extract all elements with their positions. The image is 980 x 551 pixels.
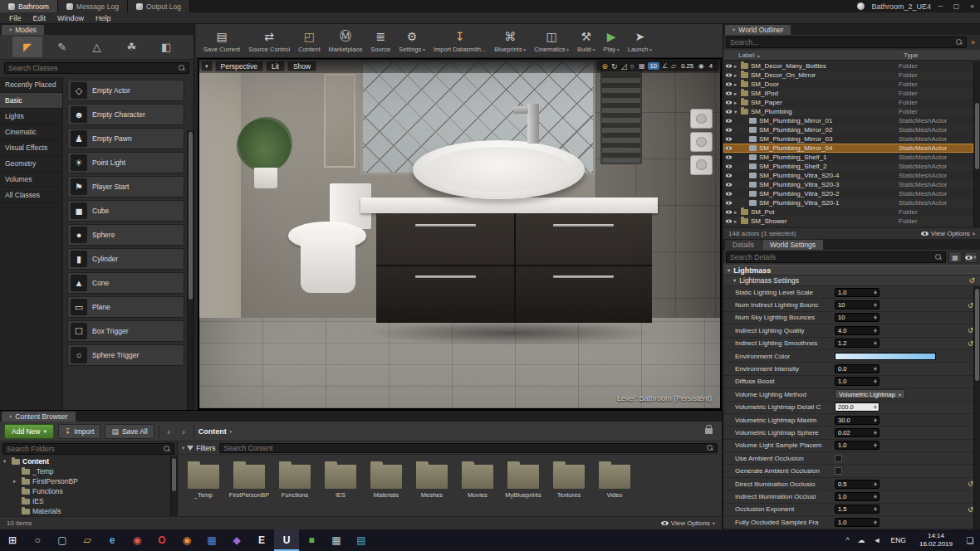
landscape-mode-button[interactable]: △: [81, 37, 111, 57]
placeable-item[interactable]: ● Sphere: [67, 224, 184, 246]
placeable-item[interactable]: ▭ Plane: [67, 296, 184, 318]
visibility-eye-icon[interactable]: [726, 83, 732, 86]
import-datasmith-button[interactable]: ↧ Import Datasmith...: [429, 25, 490, 56]
show-button[interactable]: Show: [287, 61, 316, 71]
scale-snap-icon[interactable]: ▱: [670, 62, 677, 70]
camera-speed-icon[interactable]: ◉: [698, 62, 705, 70]
expand-arrow-icon[interactable]: [734, 109, 741, 115]
launch-button[interactable]: ➤ Launch: [624, 25, 656, 56]
visibility-eye-icon[interactable]: [726, 211, 732, 214]
reset-to-default-icon[interactable]: ↺: [968, 339, 973, 348]
action-center-icon[interactable]: ❏: [960, 529, 980, 551]
number-input[interactable]: 1.0: [835, 377, 880, 386]
expand-arrow-icon[interactable]: [734, 63, 741, 70]
number-input[interactable]: 1.0: [835, 492, 880, 501]
app-teal-icon[interactable]: ▤: [349, 529, 374, 551]
asset-folder[interactable]: Textures: [550, 458, 588, 505]
folder-tree-item[interactable]: Functions: [0, 486, 177, 496]
save-all-button[interactable]: ▤ Save All: [105, 424, 154, 439]
lightmass-section-header[interactable]: ▾ Lightmass: [723, 265, 980, 276]
folder-tree-item[interactable]: _Temp: [0, 466, 177, 476]
visibility-eye-icon[interactable]: [726, 74, 732, 77]
number-input[interactable]: 200.0: [835, 402, 880, 412]
visibility-eye-icon[interactable]: [726, 92, 732, 95]
asset-folder[interactable]: Video: [595, 458, 634, 505]
outliner-row[interactable]: SM_Plumbing_Mirror_04 StaticMeshActor: [723, 144, 973, 153]
reset-to-default-icon[interactable]: ↺: [968, 326, 973, 334]
build-button[interactable]: ⚒ Build: [573, 25, 599, 56]
faucet[interactable]: [527, 104, 539, 144]
volume-icon[interactable]: ◄: [870, 529, 885, 551]
details-scrollbar[interactable]: [973, 286, 980, 529]
firefox-icon[interactable]: ◉: [174, 529, 199, 551]
modes-scrollbar[interactable]: [187, 130, 194, 410]
number-input[interactable]: 1.0: [835, 441, 880, 450]
search-options-icon[interactable]: »: [968, 38, 978, 46]
rotate-tool-icon[interactable]: ↻: [610, 62, 620, 71]
placeable-item[interactable]: ◼ Cube: [67, 200, 184, 222]
edge-icon[interactable]: e: [100, 529, 125, 551]
forward-button[interactable]: ›: [179, 427, 189, 436]
reset-to-default-icon[interactable]: ↺: [968, 301, 973, 310]
save-current-button[interactable]: ▤ Save Current: [199, 25, 244, 56]
visibility-eye-icon[interactable]: [726, 183, 732, 187]
outliner-row[interactable]: SM_Plumbing_Mirror_03 StaticMeshActor: [723, 134, 973, 144]
minimize-button[interactable]: ─: [933, 0, 948, 12]
number-input[interactable]: 4.0: [835, 326, 880, 335]
breadcrumb[interactable]: Content ▸: [198, 427, 233, 436]
settings-button[interactable]: ⚙ Settings: [394, 25, 429, 56]
vanity-countertop[interactable]: [360, 197, 657, 213]
grid-snap-icon[interactable]: ▦: [638, 62, 646, 70]
outliner-row[interactable]: SM_Plumbing_Shelf_2 StaticMeshActor: [723, 162, 973, 171]
modes-tab[interactable]: ▾Modes: [2, 25, 44, 35]
unreal-editor-icon[interactable]: U: [274, 529, 299, 551]
number-input[interactable]: 0.5: [835, 480, 880, 489]
search-button[interactable]: ○: [25, 529, 50, 551]
vessel-sink[interactable]: [413, 140, 585, 199]
outliner-row[interactable]: SM_IPod Folder: [723, 89, 973, 98]
outliner-row[interactable]: SM_Door Folder: [723, 80, 973, 89]
lightmass-settings-subheader[interactable]: ▾ Lightmass Settings ↺: [723, 276, 980, 286]
rotation-snap-icon[interactable]: ∠: [661, 62, 669, 70]
cinematics-button[interactable]: ◫ Cinematics: [530, 25, 573, 56]
camera-speed-value[interactable]: 4: [707, 62, 715, 70]
number-input[interactable]: 10: [835, 300, 880, 310]
visibility-eye-icon[interactable]: [726, 65, 732, 68]
source-control-button[interactable]: ⇄ Source Control: [244, 25, 294, 56]
outliner-row[interactable]: SM_Plumbing_Vitra_S20-1 StaticMeshActor: [723, 198, 973, 207]
filters-button[interactable]: ▾ Filters: [182, 444, 215, 452]
number-input[interactable]: 0.02: [835, 428, 880, 437]
asset-folder[interactable]: IES: [321, 458, 360, 505]
expand-arrow-icon[interactable]: [734, 218, 741, 225]
visibility-eye-icon[interactable]: [726, 147, 732, 150]
visibility-eye-icon[interactable]: [726, 193, 732, 196]
task-view-button[interactable]: ▢: [50, 529, 75, 551]
asset-folder[interactable]: MyBlueprints: [504, 458, 542, 505]
placement-category[interactable]: Volumes: [0, 172, 62, 188]
color-swatch[interactable]: [835, 353, 936, 360]
toilet-bowl[interactable]: [301, 234, 355, 293]
checkbox[interactable]: [835, 467, 842, 475]
viewport[interactable]: Level: Bathroom (Persistent) ▾ Perspecti…: [198, 58, 722, 410]
placeable-item[interactable]: ☻ Empty Character: [67, 104, 184, 125]
outliner-row[interactable]: SM_Decor_On_Mirror Folder: [723, 71, 973, 80]
folder-tree-item[interactable]: Materials: [0, 506, 177, 516]
view-options-button[interactable]: View Options ▾: [921, 230, 975, 237]
play-button[interactable]: ▶ Play: [599, 25, 623, 56]
translate-tool-icon[interactable]: ⊕: [600, 62, 610, 71]
expand-arrow-icon[interactable]: [734, 72, 741, 79]
expand-arrow-icon[interactable]: [734, 90, 741, 97]
number-input[interactable]: 1.5: [835, 505, 880, 514]
import-button[interactable]: ↧ Import: [58, 424, 101, 439]
checkbox[interactable]: [835, 455, 842, 462]
place-mode-button[interactable]: ◤: [12, 37, 42, 57]
scale-snap-value[interactable]: 0.25: [679, 62, 696, 70]
close-button[interactable]: ×: [964, 0, 980, 12]
reset-to-default-icon[interactable]: ↺: [968, 276, 975, 285]
lit-button[interactable]: Lit: [266, 61, 285, 71]
placement-category[interactable]: Recently Placed: [0, 77, 62, 93]
towel-radiator[interactable]: [600, 66, 642, 164]
placement-category[interactable]: Geometry: [0, 156, 62, 172]
reset-to-default-icon[interactable]: ↺: [968, 505, 973, 514]
wall-ornament[interactable]: [324, 74, 355, 168]
